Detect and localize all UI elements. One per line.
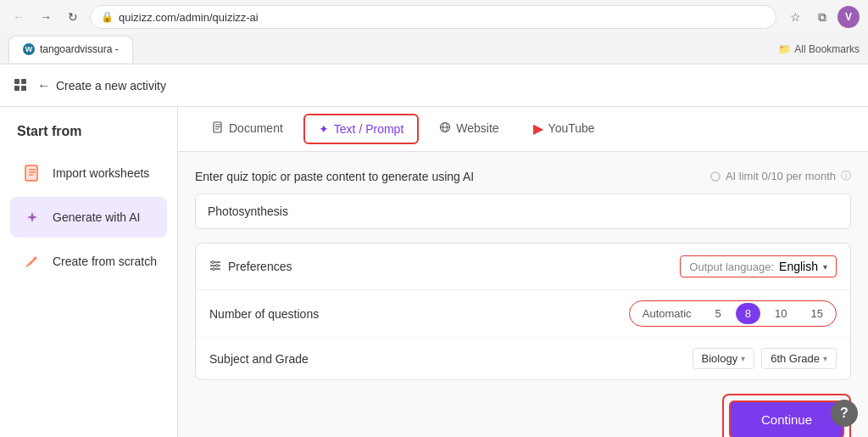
svg-rect-4 <box>25 165 37 181</box>
tab-title: tangoardvissura - <box>40 43 119 55</box>
count-option-10[interactable]: 10 <box>765 303 796 324</box>
extension-button[interactable]: ⧉ <box>810 5 834 29</box>
count-option-automatic[interactable]: Automatic <box>633 303 701 324</box>
content-area: Document ✦ Text / Prompt Website <box>178 107 868 437</box>
bookmark-icon: 📁 <box>778 43 791 55</box>
browser-tab[interactable]: W tangoardvissura - <box>8 36 133 63</box>
help-button[interactable]: ? <box>831 400 858 427</box>
svg-point-21 <box>212 261 214 263</box>
lock-icon: 🔒 <box>101 11 114 23</box>
subject-grade-options: Biology ▾ 6th Grade ▾ <box>693 348 837 369</box>
bookmarks-area: 📁 All Bookmarks <box>778 43 860 55</box>
lang-dropdown-arrow: ▾ <box>823 262 827 272</box>
back-arrow-icon: ← <box>37 78 51 93</box>
bookmarks-label: All Bookmarks <box>794 43 860 55</box>
subject-grade-label: Subject and Grade <box>209 352 309 366</box>
toolbar-actions: ☆ ⧉ V <box>783 5 860 29</box>
star-button[interactable]: ☆ <box>783 5 807 29</box>
subject-dropdown[interactable]: Biology ▾ <box>693 348 755 369</box>
browser-chrome: ← → ↻ 🔒 quizizz.com/admin/quizizz-ai ☆ ⧉… <box>0 0 868 64</box>
tab-text-prompt[interactable]: ✦ Text / Prompt <box>303 114 419 144</box>
section-header: Enter quiz topic or paste content to gen… <box>195 169 851 183</box>
back-button[interactable]: ← Create a new activity <box>37 78 166 93</box>
grade-value: 6th Grade <box>771 352 820 365</box>
back-nav-button[interactable]: ← <box>8 7 29 27</box>
tab-document[interactable]: Document <box>195 107 300 151</box>
grade-arrow-icon: ▾ <box>823 354 827 363</box>
number-of-questions-row: Number of questions Automatic 5 8 10 15 <box>196 290 850 338</box>
url-text: quizizz.com/admin/quizizz-ai <box>119 11 259 24</box>
tab-text-prompt-label: Text / Prompt <box>334 122 403 136</box>
question-count-options: Automatic 5 8 10 15 <box>629 300 837 327</box>
tab-youtube-label: YouTube <box>548 121 595 135</box>
section-title: Enter quiz topic or paste content to gen… <box>195 170 474 183</box>
main-content-area: Enter quiz topic or paste content to gen… <box>178 152 868 437</box>
ai-limit-text: AI limit 0/10 per month <box>726 170 836 182</box>
reload-button[interactable]: ↻ <box>63 7 83 27</box>
wp-favicon: W <box>23 43 35 55</box>
tab-youtube[interactable]: ▶ YouTube <box>516 107 612 151</box>
preferences-title: Preferences <box>209 260 292 274</box>
tab-website[interactable]: Website <box>422 107 515 151</box>
count-option-8[interactable]: 8 <box>736 303 760 324</box>
app-header: ← Create a new activity <box>0 64 868 107</box>
preferences-label: Preferences <box>228 260 292 273</box>
topic-input[interactable] <box>195 193 851 229</box>
tabs-bar: Document ✦ Text / Prompt Website <box>178 107 868 152</box>
info-icon: ⓘ <box>841 169 851 183</box>
tab-website-label: Website <box>456 121 498 135</box>
sidebar-item-label: Create from scratch <box>53 255 157 268</box>
filter-icon <box>209 260 221 274</box>
subject-arrow-icon: ▾ <box>741 354 745 363</box>
svg-point-22 <box>216 264 219 266</box>
sidebar-item-create-scratch[interactable]: Create from scratch <box>10 241 167 282</box>
preferences-header: Preferences Output language: English ▾ <box>196 244 850 290</box>
sidebar-item-label: Import worksheets <box>53 166 149 180</box>
preferences-section: Preferences Output language: English ▾ N… <box>195 243 851 380</box>
doc-icon <box>212 121 224 136</box>
subject-value: Biology <box>702 352 738 365</box>
browser-toolbar: ← → ↻ 🔒 quizizz.com/admin/quizizz-ai ☆ ⧉… <box>0 0 868 34</box>
subject-grade-row: Subject and Grade Biology ▾ 6th Grade ▾ <box>196 338 850 379</box>
num-questions-label: Number of questions <box>209 307 319 321</box>
sidebar-item-label: Generate with AI <box>53 210 141 224</box>
main-layout: Start from Import worksheets G <box>0 107 868 437</box>
sparkle-icon: ✦ <box>319 122 329 136</box>
ai-icon <box>20 205 44 229</box>
sidebar-item-generate-ai[interactable]: Generate with AI <box>10 197 167 238</box>
forward-nav-button[interactable]: → <box>36 7 56 27</box>
svg-rect-0 <box>14 79 19 84</box>
svg-rect-3 <box>21 86 26 91</box>
tab-document-label: Document <box>229 121 283 135</box>
sidebar-item-import-worksheets[interactable]: Import worksheets <box>10 153 167 193</box>
ai-limit-indicator: AI limit 0/10 per month ⓘ <box>710 169 851 183</box>
worksheet-icon <box>20 161 44 185</box>
ai-limit-dot <box>710 171 721 182</box>
grade-dropdown[interactable]: 6th Grade ▾ <box>761 348 837 369</box>
sidebar-title: Start from <box>10 124 167 139</box>
youtube-icon: ▶ <box>533 120 543 137</box>
continue-button[interactable]: Continue <box>729 401 844 437</box>
count-option-5[interactable]: 5 <box>706 303 731 324</box>
output-lang-value: English <box>779 260 818 273</box>
sidebar: Start from Import worksheets G <box>0 107 178 437</box>
content-scroll[interactable]: Document ✦ Text / Prompt Website <box>178 107 868 437</box>
profile-button[interactable]: V <box>837 6 860 28</box>
svg-rect-2 <box>14 86 19 91</box>
globe-icon <box>439 121 451 136</box>
output-language-selector[interactable]: Output language: English ▾ <box>680 255 837 277</box>
address-bar[interactable]: 🔒 quizizz.com/admin/quizizz-ai <box>90 5 776 29</box>
output-lang-label: Output language: <box>689 261 774 273</box>
grid-menu-icon[interactable] <box>14 78 29 93</box>
pencil-icon <box>20 249 44 273</box>
svg-rect-1 <box>21 79 26 84</box>
svg-point-23 <box>213 267 215 270</box>
tab-bar: W tangoardvissura - 📁 All Bookmarks <box>0 34 868 64</box>
page-title: Create a new activity <box>56 79 166 92</box>
count-option-15[interactable]: 15 <box>802 303 832 324</box>
